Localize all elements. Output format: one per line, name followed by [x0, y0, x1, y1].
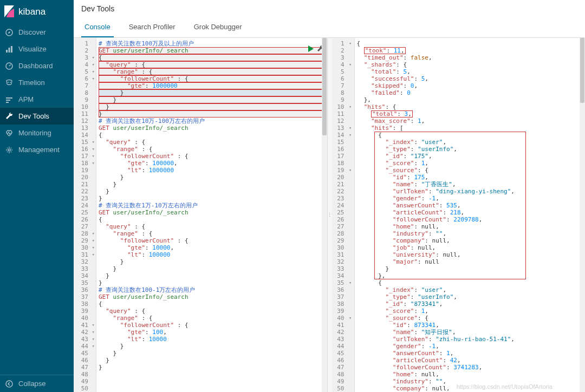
- editor-line[interactable]: }: [99, 350, 327, 357]
- fold-toggle[interactable]: ▾: [349, 167, 352, 174]
- editor-line[interactable]: "range" : {: [99, 230, 327, 237]
- response-line[interactable]: "_index": "user",: [357, 286, 586, 293]
- editor-line[interactable]: GET user/userInfo/_search: [99, 209, 327, 216]
- response-line[interactable]: "industry": "",: [357, 378, 586, 385]
- tab-search-profiler[interactable]: Search Profiler: [126, 17, 179, 37]
- response-line[interactable]: "gender": -1,: [357, 195, 586, 202]
- response-line[interactable]: "timed_out": false,: [357, 54, 586, 61]
- fold-toggle[interactable]: ▾: [349, 279, 352, 286]
- editor-line[interactable]: }: [99, 174, 327, 181]
- fold-toggle[interactable]: ▾: [92, 237, 95, 244]
- fold-toggle[interactable]: ▾: [92, 244, 95, 251]
- fold-toggle[interactable]: ▾: [92, 61, 95, 68]
- editor-line[interactable]: "range" : {: [99, 146, 327, 153]
- editor-line[interactable]: "range" : {: [99, 68, 327, 75]
- editor-line[interactable]: # 查询关注数在100-1万左右的用户: [99, 286, 327, 293]
- response-line[interactable]: "answerCount": 1,: [357, 350, 586, 357]
- sidebar-item-discover[interactable]: Discover: [0, 24, 74, 41]
- editor-line[interactable]: "lt": 100000: [99, 251, 327, 258]
- sidebar-item-dev-tools[interactable]: Dev Tools: [0, 108, 74, 125]
- response-pane[interactable]: 1▾234▾5678910▾111213▾14▾1516171819▾20212…: [332, 38, 586, 392]
- editor-line[interactable]: }: [99, 343, 327, 350]
- fold-toggle[interactable]: ▾: [92, 54, 95, 61]
- editor-line[interactable]: "range" : {: [99, 315, 327, 322]
- editor-scrollbar[interactable]: [322, 38, 327, 392]
- editor-line[interactable]: # 查询关注数在10万-100万左右的用户: [99, 117, 327, 125]
- editor-line[interactable]: GET user/userInfo/_search: [99, 293, 327, 300]
- sidebar-item-dashboard[interactable]: Dashboard: [0, 57, 74, 74]
- editor-line[interactable]: }: [99, 272, 327, 279]
- response-line[interactable]: "_source": {: [357, 315, 586, 322]
- editor-line[interactable]: }: [99, 258, 327, 265]
- editor-line[interactable]: "followerCount" : {: [99, 153, 327, 160]
- response-line[interactable]: "_id": "175",: [357, 153, 586, 160]
- fold-toggle[interactable]: ▾: [92, 336, 95, 343]
- fold-toggle[interactable]: ▾: [349, 132, 352, 139]
- response-line[interactable]: "home": null,: [357, 371, 586, 378]
- sidebar-item-monitoring[interactable]: Monitoring: [0, 125, 74, 141]
- response-line[interactable]: "followerCount": 3741283,: [357, 364, 586, 371]
- fold-toggle[interactable]: ▾: [349, 61, 352, 68]
- tab-grok-debugger[interactable]: Grok Debugger: [191, 17, 245, 37]
- fold-toggle[interactable]: ▾: [92, 251, 95, 258]
- fold-toggle[interactable]: ▾: [92, 329, 95, 336]
- response-line[interactable]: "id": 175,: [357, 174, 586, 181]
- editor-code[interactable]: # 查询关注数在100万及以上的用户GET user/userInfo/_sea…: [96, 38, 327, 392]
- response-line[interactable]: },: [357, 272, 586, 279]
- response-line[interactable]: "articleCount": 218,: [357, 209, 586, 216]
- response-line[interactable]: "industry": "",: [357, 230, 586, 237]
- response-line[interactable]: "_index": "user",: [357, 139, 586, 146]
- editor-line[interactable]: "query" : {: [99, 223, 327, 230]
- response-line[interactable]: "max_score": 1,: [357, 117, 586, 125]
- response-line[interactable]: "hits": [: [357, 125, 586, 132]
- fold-toggle[interactable]: ▾: [349, 125, 352, 132]
- response-line[interactable]: "answerCount": 535,: [357, 202, 586, 209]
- editor-line[interactable]: {: [99, 132, 327, 139]
- editor-line[interactable]: "gte": 1000000: [99, 82, 327, 89]
- response-line[interactable]: }: [357, 265, 586, 272]
- editor-pane[interactable]: 123▾4▾5▾6▾789101112131415▾16▾17▾18▾19202…: [74, 38, 328, 392]
- response-line[interactable]: "name": "丁香医生",: [357, 181, 586, 188]
- fold-toggle[interactable]: ▾: [92, 153, 95, 160]
- editor-line[interactable]: "followerCount" : {: [99, 75, 327, 82]
- response-line[interactable]: "_id": "873341",: [357, 300, 586, 308]
- response-code[interactable]: { "took": 11, "timed_out": false, "_shar…: [355, 38, 586, 392]
- response-line[interactable]: "_score": 1,: [357, 160, 586, 167]
- editor-line[interactable]: }: [99, 357, 327, 364]
- editor-line[interactable]: }: [99, 364, 327, 371]
- response-line[interactable]: "_type": "userInfo",: [357, 146, 586, 153]
- response-line[interactable]: {: [357, 132, 586, 139]
- fold-toggle[interactable]: ▾: [92, 146, 95, 153]
- fold-toggle[interactable]: ▾: [349, 315, 352, 322]
- editor-line[interactable]: }: [99, 195, 327, 202]
- editor-line[interactable]: "query" : {: [99, 308, 327, 315]
- editor-line[interactable]: "followerCount" : {: [99, 322, 327, 329]
- editor-line[interactable]: # 查询关注数在100万及以上的用户: [99, 40, 327, 47]
- response-line[interactable]: "major": null: [357, 258, 586, 265]
- editor-line[interactable]: }: [99, 103, 327, 110]
- sidebar-item-visualize[interactable]: Visualize: [0, 41, 74, 57]
- editor-line[interactable]: }: [99, 181, 327, 188]
- editor-line[interactable]: }: [99, 96, 327, 103]
- sidebar-item-timelion[interactable]: Timelion: [0, 74, 74, 91]
- sidebar-item-apm[interactable]: APM: [0, 91, 74, 108]
- response-line[interactable]: "company": null,: [357, 385, 586, 392]
- editor-line[interactable]: }: [99, 89, 327, 96]
- editor-line[interactable]: "lt": 1000000: [99, 167, 327, 174]
- fold-toggle[interactable]: ▾: [349, 103, 352, 110]
- editor-line[interactable]: "lt": 10000: [99, 336, 327, 343]
- fold-toggle[interactable]: ▾: [92, 160, 95, 167]
- fold-toggle[interactable]: ▾: [349, 40, 352, 47]
- response-line[interactable]: },: [357, 96, 586, 103]
- response-line[interactable]: "followerCount": 2209788,: [357, 216, 586, 223]
- brand[interactable]: kibana: [0, 0, 74, 24]
- editor-line[interactable]: "gte": 10000,: [99, 244, 327, 251]
- response-line[interactable]: "id": 873341,: [357, 322, 586, 329]
- response-line[interactable]: "_type": "userInfo",: [357, 293, 586, 300]
- response-line[interactable]: "total": 5,: [357, 68, 586, 75]
- editor-line[interactable]: "gte": 100000,: [99, 160, 327, 167]
- fold-toggle[interactable]: ▾: [92, 68, 95, 75]
- response-line[interactable]: "took": 11,: [357, 47, 586, 54]
- editor-line[interactable]: }: [99, 110, 327, 117]
- editor-line[interactable]: GET user/userInfo/_search: [99, 47, 327, 54]
